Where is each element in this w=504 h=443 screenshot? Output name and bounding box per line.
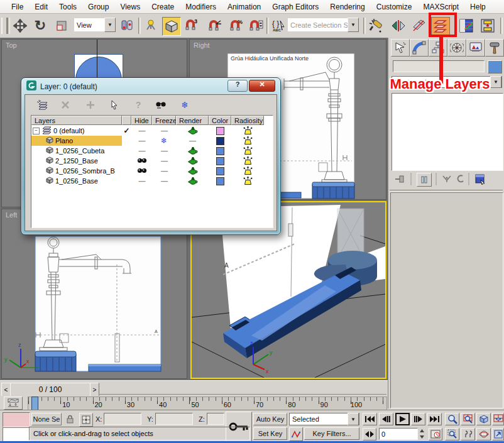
select-and-manipulate-button[interactable] [142,17,160,35]
add-to-layer-button[interactable] [83,98,98,112]
align-button[interactable] [410,17,427,35]
col-radiosity[interactable]: Radiosity [231,116,264,125]
freeze-toggle[interactable]: — [152,176,176,186]
radiosity-toggle[interactable] [231,126,264,136]
layer-row-1_0256_sombra_b[interactable]: 1_0256_Sombra_B— [31,166,273,176]
hide-toggle[interactable]: — [131,136,152,146]
col-color[interactable]: Color [209,116,231,125]
layer-name-cell[interactable]: Plano [31,136,122,146]
key-mode-dropdown[interactable]: Selected ▼ [289,413,359,425]
freeze-toggle[interactable]: ❄ [152,136,176,146]
hide-all-toggle[interactable] [153,98,168,112]
viewport-top-label[interactable]: Top [6,41,17,49]
zoom-extents-button[interactable] [476,413,491,425]
make-unique-icon[interactable] [442,175,452,186]
tree-expand-toggle[interactable]: − [33,128,40,134]
open-mini-curve-editor-button[interactable] [4,397,23,410]
toolbar-grip[interactable] [1,18,8,34]
use-center-button[interactable] [118,17,136,35]
time-slider-track[interactable] [99,394,386,395]
key-mode-toggle-button[interactable] [363,428,376,440]
hide-toggle[interactable]: — [131,126,152,136]
color-cell[interactable] [209,136,231,146]
radiosity-toggle[interactable] [231,156,264,166]
col-freeze[interactable]: Freeze [152,116,176,125]
freeze-toggle[interactable]: — [152,146,176,156]
maxscript-macro-recorder[interactable] [3,412,30,427]
tab-modify[interactable] [410,39,429,57]
dialog-close-button[interactable]: ✕ [249,80,275,92]
modifier-stack-list[interactable] [392,93,503,171]
track-bar-frame-handle[interactable] [31,397,38,410]
layer-row-2_1250_base[interactable]: 2_1250_Base— [31,156,273,166]
delete-layer-button[interactable] [58,98,73,112]
render-toggle[interactable] [176,126,209,136]
menu-animation[interactable]: Animation [222,1,266,13]
select-layer-button[interactable] [107,98,122,112]
layer-name-cell[interactable]: 2_1250_Base [31,156,122,166]
color-cell[interactable] [209,146,231,156]
time-slider-handle[interactable]: 0 / 100 [10,383,90,397]
rollout-area[interactable] [390,192,503,408]
dropdown-arrow-icon[interactable]: ▼ [490,76,501,88]
hide-toggle[interactable] [131,166,152,176]
layer-color-swatch[interactable] [216,127,224,135]
hide-toggle[interactable]: — [131,176,152,186]
dialog-title-bar[interactable]: Layer: 0 (default) [26,80,97,92]
edit-named-selection-sets-button[interactable]: { }ABC [270,17,288,35]
layer-name-cell[interactable]: 1_0256_Sombra_B [31,166,122,176]
snaps-3d-button[interactable]: 3 [182,17,200,35]
zoom-extents-all-button[interactable] [492,413,504,425]
freeze-all-toggle[interactable]: ❄ [177,98,192,112]
next-frame-button[interactable] [411,413,425,425]
layer-name-cell[interactable]: −0 (default) [31,126,122,136]
menu-maxscript[interactable]: MAXScript [418,1,464,13]
render-toggle[interactable] [176,176,209,186]
previous-frame-button[interactable] [379,413,393,425]
layer-color-swatch[interactable] [216,137,224,145]
layer-help-button[interactable]: ? [131,98,146,112]
arc-rotate-button[interactable] [476,428,491,440]
layer-row-1_0256_base[interactable]: 1_0256_Base—— [31,176,273,186]
maximize-viewport-toggle-button[interactable] [492,428,504,440]
selection-lock-icon[interactable] [65,414,75,427]
default-tangent-button[interactable] [289,427,303,441]
current-layer-cell[interactable] [122,146,131,156]
mirror-button[interactable] [390,17,407,35]
col-layers[interactable]: Layers [31,116,122,125]
absolute-mode-toggle[interactable] [79,413,93,427]
select-and-rotate-button[interactable]: ↻ [31,17,49,35]
dialog-help-button[interactable]: ? [227,80,248,92]
spinner-snap-button[interactable] [248,17,265,35]
current-layer-cell[interactable] [122,176,131,186]
freeze-toggle[interactable]: — [152,156,176,166]
viewport-right-label[interactable]: Right [194,41,210,49]
set-key-button[interactable]: Set Key [253,427,287,440]
layer-row-1_0256_cubeta[interactable]: 1_0256_Cubeta—— [31,146,273,156]
render-toggle[interactable] [176,146,209,156]
select-and-scale-button[interactable] [53,17,70,35]
reference-coordinate-dropdown[interactable]: View ▼ [74,18,116,31]
menu-rendering[interactable]: Rendering [325,1,370,13]
time-back-button[interactable]: < [1,383,11,397]
pin-stack-icon[interactable] [394,174,405,187]
color-cell[interactable] [209,156,231,166]
auto-key-button[interactable]: Auto Key [253,413,287,425]
tab-display[interactable] [466,39,485,57]
named-selection-set-dropdown[interactable]: Create Selection Set ▼ [288,18,359,31]
flashlight-tool-button[interactable] [367,17,385,35]
go-to-start-button[interactable] [363,413,377,425]
angle-snap-button[interactable] [206,17,224,35]
select-and-move-button[interactable] [11,17,29,35]
menu-views[interactable]: Views [115,1,145,13]
menu-graph-editors[interactable]: Graph Editors [267,1,324,13]
color-cell[interactable] [209,166,231,176]
frame-spinner[interactable] [419,428,425,440]
menu-tools[interactable]: Tools [54,1,82,13]
current-layer-cell[interactable]: ✓ [122,126,131,136]
current-layer-cell[interactable] [122,136,131,146]
schematic-view-button[interactable] [479,17,496,35]
x-coordinate-field[interactable] [104,413,141,425]
maxscript-mini-listener[interactable] [3,427,30,442]
remove-modifier-icon[interactable] [456,175,464,186]
